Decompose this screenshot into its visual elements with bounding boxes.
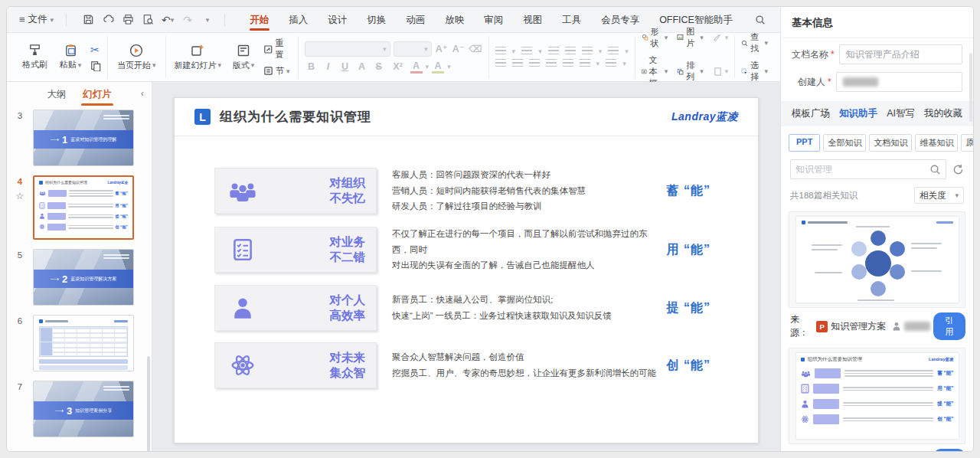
tab-view[interactable]: 视图	[514, 8, 551, 31]
chip-wiki-knowledge[interactable]: 维基知识	[915, 134, 958, 152]
export-icon[interactable]	[99, 11, 117, 28]
clear-format-icon[interactable]: ⌫	[469, 43, 482, 54]
reset-button[interactable]: 重置	[263, 38, 292, 61]
current-slide[interactable]: L 组织为什么需要知识管理 Landray蓝凌 对组织不失忆 客服人员：回答问题…	[174, 97, 759, 443]
redo-button[interactable]: ↷	[178, 11, 197, 28]
tab-ai-writing[interactable]: AI智写	[887, 107, 915, 120]
tab-insert[interactable]: 插入	[279, 8, 317, 31]
slide-thumbnail-7[interactable]: 7 ⟶3知识管理案例分享	[7, 381, 152, 437]
result-preview-slide[interactable]: 组织为什么需要知识管理Landray蓝凌 蓄 “能” 用 “能” 提 “能” 创…	[789, 348, 965, 444]
chip-all-knowledge[interactable]: 全部知识	[823, 134, 866, 152]
chip-doc-knowledge[interactable]: 文档知识	[869, 134, 912, 152]
tab-review[interactable]: 审阅	[475, 8, 512, 31]
slide-row-personal: 对个人高效率 新晋员工：快速融入公司、掌握岗位知识; 快速“上岗” 一线员工：业…	[214, 285, 758, 331]
layout-button[interactable]: 版式▾	[228, 42, 259, 73]
align-justify-icon[interactable]	[546, 59, 557, 67]
people-group-icon	[223, 181, 263, 201]
tab-knowledge-assistant[interactable]: 知识助手	[839, 107, 877, 120]
slide-thumbnail-4-selected[interactable]: 4 ☆ 组织为什么需要知识管理Landray蓝凌 蓄 “能” 用 “能” 提 “…	[7, 175, 152, 240]
file-menu-button[interactable]: ≡ 文件 ▾	[15, 11, 58, 28]
refresh-icon[interactable]	[952, 164, 964, 175]
knowledge-search-input[interactable]	[795, 164, 929, 175]
more-chevron-icon[interactable]: ▾	[198, 11, 217, 28]
sort-select[interactable]: 相关度▾	[914, 187, 964, 204]
select-button[interactable]: 选择▾	[741, 60, 768, 83]
panel-tab-strip: 模板广场 知识助手 AI智写 我的收藏	[781, 101, 973, 126]
print-button[interactable]	[119, 11, 137, 28]
highlight-color-button[interactable]: A	[432, 61, 444, 74]
underline-button[interactable]: U	[338, 61, 352, 72]
tab-outline[interactable]: 大纲	[45, 83, 67, 106]
tab-tools[interactable]: 工具	[553, 8, 590, 31]
undo-button[interactable]: ↶▾	[158, 11, 177, 28]
line-spacing-icon[interactable]	[608, 47, 619, 55]
font-color-button[interactable]: A	[410, 61, 423, 74]
slides-group: 新建幻灯片▾ 版式▾ 重置 节▾	[166, 36, 299, 78]
search-icon[interactable]	[929, 164, 941, 175]
font-family-select[interactable]: ▾	[305, 41, 390, 57]
doc-name-input[interactable]: 知识管理产品介绍	[839, 44, 962, 64]
collapse-panel-icon[interactable]: ‹	[141, 87, 144, 99]
decrease-font-icon[interactable]: A⁻	[452, 43, 466, 54]
tab-slides[interactable]: 幻灯片	[81, 83, 113, 106]
cite-button[interactable]: 引用	[933, 449, 965, 452]
new-slide-button[interactable]: 新建幻灯片▾	[172, 42, 224, 73]
slide-thumbnail-6[interactable]: 6	[7, 315, 152, 371]
section-button[interactable]: 节▾	[263, 65, 292, 77]
creator-input[interactable]	[836, 72, 962, 92]
signature-dropdown-icon[interactable]: ▾	[713, 32, 729, 42]
panel-scrollbar[interactable]	[969, 53, 972, 122]
decrease-indent-icon[interactable]	[548, 47, 559, 55]
slide-thumbnail-3[interactable]: 3 ⟶1蓝凌对知识管理的理解	[7, 110, 152, 166]
print-preview-button[interactable]	[139, 11, 157, 28]
object-dropdown-icon[interactable]: ▾	[713, 67, 729, 77]
tab-design[interactable]: 设计	[318, 8, 356, 31]
slide-logo-icon: L	[194, 109, 211, 125]
numbered-list-icon[interactable]	[521, 47, 532, 55]
result-preview-hexagon[interactable]	[789, 211, 965, 308]
font-size-select[interactable]: ▾	[394, 41, 432, 57]
tab-slideshow[interactable]: 放映	[436, 8, 473, 31]
align-right-icon[interactable]	[529, 59, 540, 67]
cut-button[interactable]: ✂	[90, 44, 101, 56]
paragraph-settings-icon[interactable]	[606, 59, 616, 67]
cite-button[interactable]: 引用	[933, 312, 965, 340]
columns-icon[interactable]	[580, 59, 590, 67]
char-spacing-button[interactable]: A	[355, 61, 369, 72]
arrange-button[interactable]: 排列▾	[677, 60, 704, 83]
find-button[interactable]: 查找▾	[741, 31, 768, 54]
tab-animation[interactable]: 动画	[397, 8, 434, 31]
sidebar-scrollbar[interactable]	[147, 356, 150, 451]
align-left-icon[interactable]	[495, 59, 506, 67]
italic-button[interactable]: I	[322, 61, 335, 72]
play-from-current-button[interactable]: 当页开始▾	[114, 42, 159, 73]
copy-button[interactable]	[90, 61, 101, 71]
format-painter-button[interactable]: 格式刷	[19, 42, 51, 72]
tab-member[interactable]: 会员专享	[592, 8, 648, 31]
tab-home[interactable]: 开始	[240, 8, 278, 31]
tab-ai-assistant[interactable]: OFFICE智能助手	[650, 8, 742, 31]
bold-button[interactable]: B	[305, 61, 318, 72]
text-direction-icon[interactable]	[582, 47, 593, 55]
increase-font-icon[interactable]: A⁺	[435, 43, 449, 54]
star-icon[interactable]: ☆	[7, 191, 33, 201]
quick-access-toolbar: ↶▾ ↷ ▾	[79, 11, 217, 28]
slide-canvas: L 组织为什么需要知识管理 Landray蓝凌 对组织不失忆 客服人员：回答问题…	[152, 82, 780, 451]
chip-atomic-knowledge[interactable]: 原子知识	[961, 134, 974, 152]
increase-indent-icon[interactable]	[565, 47, 576, 55]
tab-transition[interactable]: 切换	[358, 8, 395, 31]
font-group: ▾ ▾ A⁺ A⁻ ⌫ B I U A S X² A▾ A▾	[299, 36, 489, 78]
distribute-icon[interactable]	[563, 59, 573, 67]
tab-template-market[interactable]: 模板广场	[792, 107, 830, 120]
align-center-icon[interactable]	[512, 59, 523, 67]
result-name[interactable]: 知识管理方案	[831, 320, 886, 333]
tab-my-favorites[interactable]: 我的收藏	[924, 107, 962, 120]
save-button[interactable]	[79, 11, 97, 28]
search-icon[interactable]	[751, 11, 769, 28]
superscript-button[interactable]: X²	[389, 61, 407, 72]
strikethrough-button[interactable]: S	[372, 61, 386, 72]
chip-ppt[interactable]: PPT	[789, 134, 820, 152]
slide-thumbnail-5[interactable]: 5 ⟶2蓝凌知识管理解决方案	[7, 249, 152, 306]
bullet-list-icon[interactable]	[495, 47, 506, 55]
paste-button[interactable]: 粘贴▾	[55, 42, 86, 72]
